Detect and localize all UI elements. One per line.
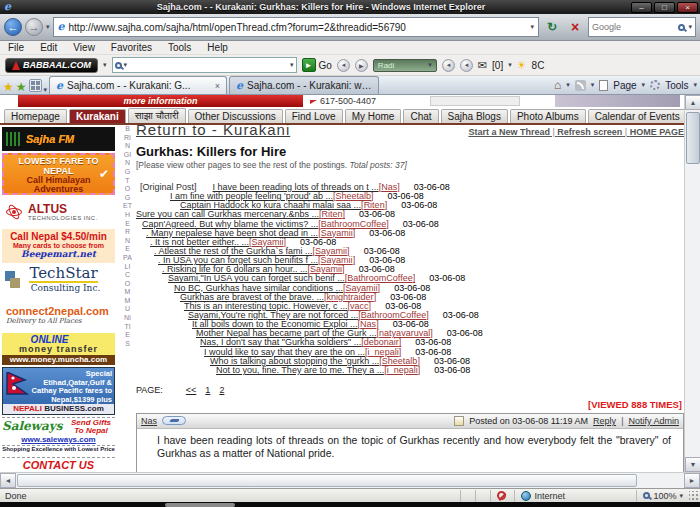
- sajha-fm-ad[interactable]: Sajha FM: [2, 127, 115, 151]
- thread-subject-link[interactable]: . Risking life for 6 dollars an hour.. .…: [162, 265, 308, 274]
- quick-tabs-icon[interactable]: [29, 79, 42, 92]
- minimize-button[interactable]: –: [631, 2, 652, 13]
- thread-subject-link[interactable]: Nas, I don't say that "Gurkha soldiers" …: [200, 338, 361, 347]
- thread-user-link[interactable]: i_nepali: [384, 366, 420, 375]
- thread-user-link[interactable]: Riten: [319, 210, 345, 219]
- search-input[interactable]: [592, 22, 675, 32]
- babbaal-toolbar-button[interactable]: BABBAAL.COM: [5, 58, 98, 73]
- himalayan-adventures-ad[interactable]: LOWEST FARE TO NEPAL Call Himalayan Adve…: [2, 153, 115, 195]
- connect2nepal-ad[interactable]: connect2nepal.com Delivery to All Places: [2, 301, 115, 331]
- feed-icon[interactable]: [575, 80, 586, 91]
- pager-link[interactable]: 1: [205, 385, 210, 395]
- scroll-left-icon[interactable]: ◄: [0, 473, 16, 488]
- volume-down-button[interactable]: ◄: [442, 59, 455, 72]
- thread-user-link[interactable]: Sayamii: [318, 229, 355, 238]
- thread-subject-link[interactable]: Gurkhas are bravest of the brave. ...: [180, 293, 324, 302]
- pager-link[interactable]: <<: [186, 385, 197, 395]
- search-icon[interactable]: [678, 24, 685, 31]
- thread-subject-link[interactable]: Sure you can call Gurkhas mercenary.&nbs…: [136, 210, 319, 219]
- volume-up-button[interactable]: ◄: [460, 59, 473, 72]
- return-to-kurakani-link[interactable]: Return to - Kurakani: [136, 121, 290, 138]
- thread-user-link[interactable]: Nas: [358, 320, 379, 329]
- babbaal-dropdown-icon[interactable]: ▾: [103, 61, 107, 69]
- saleways-ad[interactable]: Send Gifts To Nepal Saleways www.saleway…: [2, 417, 115, 455]
- page-dropdown-icon[interactable]: ▾: [642, 81, 646, 89]
- thread-user-link[interactable]: Sayamii: [308, 265, 345, 274]
- radio-previous-button[interactable]: ◄: [337, 59, 350, 72]
- page-menu-label[interactable]: Page: [613, 80, 636, 91]
- thread-subject-link[interactable]: Who is talking about stopping the 'gurkh…: [210, 357, 379, 366]
- thread-subject-link[interactable]: . Atleast the rest of the Gurkha`s fami …: [154, 247, 313, 256]
- thread-user-link[interactable]: BathroomCoffee: [358, 311, 428, 320]
- search-dropdown-icon[interactable]: ▾: [688, 23, 692, 31]
- feed-dropdown-icon[interactable]: ▾: [591, 81, 595, 89]
- zoom-dropdown-icon[interactable]: ▾: [679, 492, 683, 500]
- maximize-button[interactable]: □: [654, 2, 675, 13]
- notify-admin-link[interactable]: Notify Admin: [628, 416, 679, 426]
- vertical-scroll-thumb[interactable]: [686, 112, 700, 164]
- history-dropdown-icon[interactable]: ▾: [46, 23, 50, 31]
- thread-subject-link[interactable]: . In USA you can forget such benifits f …: [158, 256, 318, 265]
- thread-user-link[interactable]: BathroomCoffee: [318, 220, 388, 229]
- horizontal-scrollbar[interactable]: ◄ ►: [0, 472, 700, 488]
- horizontal-scroll-thumb[interactable]: [17, 474, 637, 487]
- weather-sun-icon[interactable]: ☀: [517, 59, 527, 72]
- page-icon[interactable]: [599, 80, 608, 91]
- toolbar-search-input[interactable]: [129, 60, 288, 70]
- thread-subject-link[interactable]: Not to you, fine. They are to me. They a…: [216, 366, 384, 375]
- browser-tab-inactive[interactable]: e Sajha.com - - Kurakani: who ...: [229, 76, 379, 94]
- menu-item[interactable]: View: [73, 42, 95, 53]
- mail-icon[interactable]: ✉: [478, 59, 487, 72]
- stop-button[interactable]: ×: [565, 17, 585, 37]
- web-design-ad[interactable]: CONTACT US for WEB DESIGN: [2, 457, 115, 472]
- mail-dropdown-icon[interactable]: ▾: [508, 61, 512, 69]
- thread-action-link[interactable]: HOME PAGE: [630, 127, 684, 137]
- thread-subject-link[interactable]: It all boils down to the Economic Exploi…: [192, 320, 358, 329]
- thread-user-link[interactable]: Sayamii: [343, 284, 380, 293]
- thread-subject-link[interactable]: Mother Nepal has became part of the Gurk…: [196, 329, 377, 338]
- radio-play-button[interactable]: ▶: [355, 59, 368, 72]
- menu-item[interactable]: Tools: [168, 42, 191, 53]
- thread-user-link[interactable]: Nas: [379, 183, 400, 192]
- thread-subject-link[interactable]: . It is not better either.. ...: [150, 238, 249, 247]
- favorites-star-icon[interactable]: ★: [3, 80, 14, 94]
- thread-user-link[interactable]: debonair: [361, 338, 401, 347]
- tools-menu-label[interactable]: Tools: [665, 80, 688, 91]
- nav-item[interactable]: Homepage: [4, 109, 67, 123]
- techstar-ad[interactable]: TechStar Consulting Inc.: [2, 265, 115, 299]
- add-favorite-icon[interactable]: ★: [16, 80, 27, 94]
- thread-user-link[interactable]: natyavaruval: [377, 329, 433, 338]
- thread-user-link[interactable]: vacc: [348, 302, 372, 311]
- thread-user-link[interactable]: knightraider: [324, 293, 376, 302]
- thread-subject-link[interactable]: Sayami,You're right. They are not forced…: [188, 311, 358, 320]
- thread-user-link[interactable]: Sheetalb: [379, 357, 420, 366]
- thread-subject-link[interactable]: I have been reading lots of threads on t…: [213, 183, 379, 192]
- muncha-money-transfer-ad[interactable]: ONLINE money transfer www.money.muncha.c…: [2, 333, 115, 365]
- refresh-button[interactable]: ↻: [542, 17, 562, 37]
- address-dropdown-icon[interactable]: ▾: [530, 23, 534, 31]
- scroll-right-icon[interactable]: ►: [684, 473, 700, 488]
- status-zoom[interactable]: 100% ▾: [636, 490, 689, 502]
- thread-action-link[interactable]: Start a New Thread: [468, 127, 557, 137]
- thread-subject-link[interactable]: I am fine with people feeling 'proud' ab…: [170, 192, 333, 201]
- thread-user-link[interactable]: BathroomCoffee: [345, 274, 415, 283]
- thread-subject-link[interactable]: I would like to say that they are the on…: [204, 348, 365, 357]
- thread-user-link[interactable]: Sayamii: [318, 256, 355, 265]
- home-dropdown-icon[interactable]: ▾: [566, 81, 570, 89]
- nepali-business-fares-ad[interactable]: Special Etihad,Qatar,Gulf & Cathay Pacif…: [2, 367, 115, 415]
- forward-button[interactable]: →: [25, 18, 43, 36]
- thread-subject-link[interactable]: This is an interesting topic. However, c…: [184, 302, 348, 311]
- close-button[interactable]: ×: [677, 2, 698, 13]
- thread-subject-link[interactable]: . Many nepalese have been shot dead in .…: [146, 229, 318, 238]
- thread-user-link[interactable]: Sayamii: [249, 238, 286, 247]
- tools-dropdown-icon[interactable]: ▾: [693, 81, 697, 89]
- radio-display[interactable]: Radi ▾: [373, 59, 437, 72]
- beepemart-ad[interactable]: Call Nepal $4.50/min Many cards to choos…: [2, 229, 115, 263]
- search-box[interactable]: ▾: [588, 17, 696, 37]
- nav-item[interactable]: Kurakani: [69, 109, 126, 123]
- home-icon[interactable]: ⌂: [554, 78, 561, 92]
- thread-user-link[interactable]: Sayamii: [313, 247, 350, 256]
- scroll-up-icon[interactable]: ▲: [685, 95, 700, 110]
- thread-user-link[interactable]: Riten: [361, 201, 387, 210]
- thread-action-link[interactable]: Refresh screen: [557, 127, 629, 137]
